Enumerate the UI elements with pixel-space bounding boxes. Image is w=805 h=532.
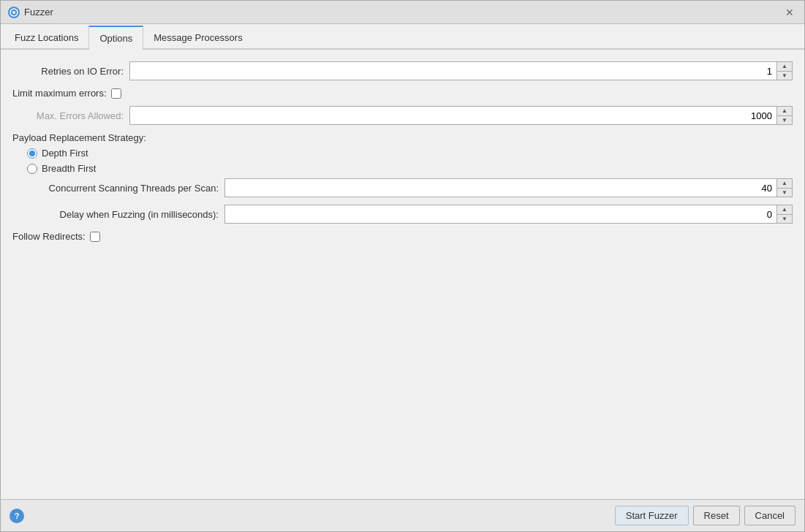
threads-input[interactable] [225,180,776,197]
depth-first-row: Depth First [27,148,793,159]
content-area: Retries on IO Error: ▲ ▼ Limit maximum e… [1,50,804,499]
fuzzer-icon [8,7,20,18]
max-errors-spinner-buttons: ▲ ▼ [776,107,792,124]
strategy-section: Payload Replacement Strategy: Depth Firs… [12,132,793,174]
retries-label: Retries on IO Error: [12,66,129,77]
depth-first-radio[interactable] [27,148,37,159]
retries-input[interactable] [130,63,776,80]
tab-bar: Fuzz Locations Options Message Processor… [1,24,804,50]
delay-spinner[interactable]: ▲ ▼ [224,205,793,224]
breadth-first-row: Breadth First [27,163,793,174]
max-errors-row: Max. Errors Allowed: ▲ ▼ [34,106,793,125]
threads-decrement[interactable]: ▼ [777,188,792,197]
bottom-right: Start Fuzzer Reset Cancel [615,506,795,525]
retries-row: Retries on IO Error: ▲ ▼ [12,61,793,80]
threads-spinner-buttons: ▲ ▼ [776,179,792,197]
tab-message-processors[interactable]: Message Processors [143,26,252,50]
retries-spinner[interactable]: ▲ ▼ [129,61,793,80]
retries-spinner-buttons: ▲ ▼ [776,62,792,80]
max-errors-increment[interactable]: ▲ [777,107,792,115]
threads-row: Concurrent Scanning Threads per Scan: ▲ … [12,178,793,197]
threads-label: Concurrent Scanning Threads per Scan: [12,183,224,194]
depth-first-label: Depth First [42,148,88,159]
close-button[interactable]: ✕ [782,5,797,20]
title-bar: Fuzzer ✕ [1,1,804,24]
retries-increment[interactable]: ▲ [777,62,792,71]
svg-point-1 [12,11,15,14]
limit-errors-checkbox[interactable] [111,88,121,99]
tab-fuzz-locations[interactable]: Fuzz Locations [4,26,88,50]
breadth-first-radio[interactable] [27,164,37,174]
follow-redirects-checkbox[interactable] [90,232,100,242]
strategy-label: Payload Replacement Strategy: [12,132,793,143]
delay-decrement[interactable]: ▼ [777,214,792,223]
retries-decrement[interactable]: ▼ [777,71,792,80]
reset-button[interactable]: Reset [693,506,740,525]
delay-label: Delay when Fuzzing (in milliseconds): [12,209,224,220]
follow-redirects-row: Follow Redirects: [12,231,793,242]
delay-spinner-buttons: ▲ ▼ [776,205,792,223]
breadth-first-label: Breadth First [42,163,96,174]
title-bar-left: Fuzzer [8,7,53,18]
delay-increment[interactable]: ▲ [777,205,792,214]
help-icon[interactable]: ? [10,509,24,523]
follow-redirects-label: Follow Redirects: [12,231,86,242]
delay-input[interactable] [225,206,776,223]
limit-errors-row: Limit maximum errors: [12,88,793,99]
delay-row: Delay when Fuzzing (in milliseconds): ▲ … [12,205,793,224]
start-fuzzer-button[interactable]: Start Fuzzer [615,506,689,525]
max-errors-spinner[interactable]: ▲ ▼ [129,106,793,125]
max-errors-decrement[interactable]: ▼ [777,115,792,124]
cancel-button[interactable]: Cancel [744,506,795,525]
max-errors-input[interactable] [130,107,776,124]
threads-increment[interactable]: ▲ [777,179,792,188]
fuzzer-window: Fuzzer ✕ Fuzz Locations Options Message … [0,0,805,532]
threads-spinner[interactable]: ▲ ▼ [224,178,793,197]
bottom-bar: ? Start Fuzzer Reset Cancel [1,499,804,531]
window-title: Fuzzer [24,7,53,18]
max-errors-label: Max. Errors Allowed: [34,110,129,121]
bottom-left: ? [10,509,24,523]
limit-errors-label: Limit maximum errors: [12,88,107,99]
tab-options[interactable]: Options [88,26,143,50]
